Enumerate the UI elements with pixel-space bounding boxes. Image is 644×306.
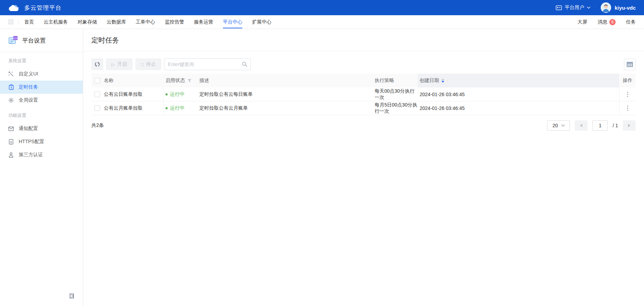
row-actions-menu-icon[interactable]: ⋮ [625, 105, 630, 111]
table-header-row: 名称 启用状态 描述 执行策略 创建日期 [91, 74, 636, 87]
row-actions-menu-icon[interactable]: ⋮ [625, 91, 630, 97]
nav-item-extension-center[interactable]: 扩展中心 [252, 15, 271, 29]
section-label-function: 功能设置 [0, 107, 83, 122]
column-settings-button[interactable] [624, 58, 636, 70]
stop-icon: □ [141, 62, 144, 67]
sidebar-item-https-config[interactable]: HTTPS配置 [0, 135, 83, 148]
task-created: 2024-01-26 03:46:45 [420, 105, 465, 111]
select-all-checkbox[interactable] [95, 78, 100, 83]
sidebar-item-scheduled-tasks[interactable]: 定时任务 [0, 81, 83, 94]
page-size-select[interactable]: 20 [547, 120, 570, 131]
chevron-down-icon [561, 124, 565, 127]
primary-nav: 首页 云主机服务 对象存储 云数据库 工单中心 监控告警 服务运营 平台中心 扩… [0, 15, 644, 29]
filter-funnel-icon[interactable] [188, 79, 191, 83]
nav-item-object-storage[interactable]: 对象存储 [78, 15, 97, 29]
task-name: 公有云月账单拉取 [104, 105, 143, 111]
role-badge-icon [556, 5, 562, 10]
total-pages: / 1 [612, 123, 618, 128]
username: kiyu-vdc [615, 5, 636, 11]
nav-item-monitor-alert[interactable]: 监控告警 [165, 15, 184, 29]
messages-link[interactable]: 消息 6 [598, 19, 616, 25]
start-button-label: 开启 [117, 61, 127, 67]
nav-divider [18, 19, 19, 25]
next-page-button[interactable] [623, 120, 636, 131]
refresh-icon [95, 62, 100, 67]
magic-wand-icon [8, 71, 14, 77]
column-header-label: 执行策略 [375, 77, 394, 84]
sidebar-item-custom-ui[interactable]: 自定义UI [0, 67, 83, 81]
task-policy: 每月5日00点30分执行一次 [375, 102, 418, 114]
avatar [601, 2, 611, 13]
current-page-input[interactable] [592, 120, 608, 131]
start-button[interactable]: ▷ 开启 [106, 58, 133, 70]
column-header-name: 名称 [104, 74, 163, 87]
column-header-created: 创建日期 [418, 74, 619, 87]
sidebar-header: </> 平台设置 [0, 29, 83, 52]
table-row: 公有云日账单拉取 运行中 定时拉取公有云每日账单 每天00点30分执行一次 [91, 87, 636, 101]
nav-item-platform-center[interactable]: 平台中心 [223, 15, 242, 29]
nav-item-cloud-host[interactable]: 云主机服务 [44, 15, 68, 29]
stop-button[interactable]: □ 停止 [135, 58, 161, 70]
search-icon[interactable] [242, 62, 247, 68]
envelope-icon [8, 126, 14, 131]
sidebar-item-label: 定时任务 [19, 84, 38, 90]
status-badge: 运行中 [166, 105, 185, 111]
big-screen-link[interactable]: 大屏 [578, 19, 587, 25]
sort-asc-icon [441, 78, 444, 80]
task-desc: 定时拉取公有云月账单 [199, 105, 248, 111]
column-header-label: 名称 [104, 77, 114, 84]
status-dot-icon [166, 93, 168, 95]
sidebar-item-global-settings[interactable]: 全局设置 [0, 94, 83, 107]
page-title: 定时任务 [91, 36, 119, 44]
nav-item-ticket-center[interactable]: 工单中心 [136, 15, 155, 29]
arrow-right-icon [628, 124, 630, 127]
nav-item-cloud-db[interactable]: 云数据库 [107, 15, 126, 29]
table-row: 公有云月账单拉取 运行中 定时拉取公有云月账单 每月5日00点30分执行一次 [91, 101, 636, 115]
tasks-link[interactable]: 任务 [626, 19, 636, 25]
task-policy: 每天00点30分执行一次 [375, 88, 418, 101]
sidebar-collapse-icon[interactable] [69, 294, 75, 300]
refresh-button[interactable] [91, 58, 103, 70]
app-title: 多云管理平台 [24, 4, 62, 12]
sort-desc-icon [441, 81, 444, 83]
topbar: 多云管理平台 平台用户 [0, 0, 644, 15]
sidebar-item-third-party-auth[interactable]: 第三方认证 [0, 148, 83, 161]
sidebar-item-label: 全局设置 [19, 97, 38, 103]
task-created: 2024-01-26 03:46:45 [420, 92, 465, 97]
role-switcher[interactable]: 平台用户 [556, 4, 590, 11]
row-checkbox[interactable] [95, 92, 100, 97]
sidebar-item-label: HTTPS配置 [19, 139, 44, 145]
status-label: 运行中 [170, 91, 185, 98]
sidebar-item-notification-config[interactable]: 通知配置 [0, 122, 83, 135]
sort-toggle[interactable] [441, 78, 444, 83]
prev-page-button[interactable] [575, 120, 588, 131]
column-header-policy: 执行策略 [375, 74, 418, 87]
sidebar-item-label: 自定义UI [19, 71, 38, 77]
status-label: 运行中 [170, 105, 185, 111]
nav-item-home[interactable]: 首页 [24, 15, 34, 29]
messages-label: 消息 [598, 19, 607, 25]
column-header-label: 启用状态 [166, 77, 185, 84]
sidebar-title: 平台设置 [22, 37, 46, 45]
row-checkbox[interactable] [95, 105, 100, 111]
tasks-table: 名称 启用状态 描述 执行策略 创建日期 [91, 74, 636, 115]
table-grid-icon [627, 62, 633, 67]
column-header-status: 启用状态 [163, 74, 199, 87]
column-header-label: 创建日期 [420, 77, 439, 84]
svg-text:</>: </> [13, 37, 18, 40]
user-menu[interactable]: kiyu-vdc [601, 2, 636, 13]
status-badge: 运行中 [166, 91, 185, 98]
search-input[interactable] [164, 58, 251, 70]
person-icon [8, 152, 14, 158]
nav-item-service-ops[interactable]: 服务运营 [194, 15, 213, 29]
document-icon [8, 139, 14, 145]
arrow-left-icon [580, 124, 582, 127]
role-label: 平台用户 [565, 4, 584, 11]
status-dot-icon [166, 107, 168, 109]
task-name: 公有云日账单拉取 [104, 91, 143, 98]
app-grid-icon[interactable] [8, 19, 14, 25]
column-header-desc: 描述 [199, 74, 375, 87]
sidebar-item-label: 第三方认证 [19, 152, 43, 158]
gear-icon [8, 98, 14, 103]
table-footer: 共2条 20 / 1 [91, 115, 636, 136]
